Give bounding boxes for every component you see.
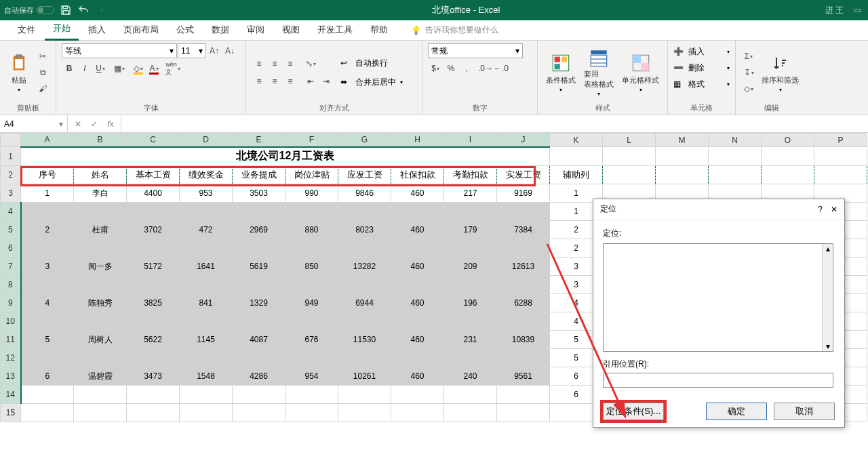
- data-cell[interactable]: [21, 203, 74, 221]
- data-cell[interactable]: [21, 239, 74, 258]
- data-cell[interactable]: 3825: [127, 294, 180, 312]
- col-header[interactable]: G: [338, 134, 391, 147]
- font-size-combo[interactable]: 11▾: [178, 43, 206, 58]
- col-header[interactable]: B: [74, 134, 127, 147]
- format-painter-icon[interactable]: 🖌: [35, 81, 50, 96]
- row-header[interactable]: 8: [1, 276, 21, 294]
- data-cell[interactable]: [74, 203, 127, 221]
- data-cell[interactable]: 4400: [127, 184, 180, 203]
- listbox-scrollbar[interactable]: ▴▾: [822, 244, 833, 351]
- sheet-title-cell[interactable]: 北境公司12月工资表: [21, 147, 550, 166]
- col-header[interactable]: O: [762, 134, 814, 147]
- data-cell[interactable]: 12613: [497, 258, 550, 276]
- format-cells-button[interactable]: ▦格式▾: [673, 76, 730, 92]
- data-cell[interactable]: 8023: [338, 221, 391, 239]
- qat-more-icon[interactable]: [95, 4, 107, 16]
- data-cell[interactable]: [338, 349, 391, 367]
- decrease-decimal-icon[interactable]: ←.0: [494, 61, 509, 76]
- data-cell[interactable]: 880: [285, 221, 338, 239]
- data-cell[interactable]: 李白: [74, 184, 127, 203]
- data-cell[interactable]: 9169: [497, 184, 550, 203]
- data-cell[interactable]: 闻一多: [74, 258, 127, 276]
- data-cell[interactable]: 196: [444, 294, 497, 312]
- data-cell[interactable]: [497, 386, 550, 404]
- column-header-cell[interactable]: 序号: [21, 166, 74, 184]
- col-header[interactable]: L: [603, 134, 656, 147]
- data-cell[interactable]: [74, 276, 127, 294]
- data-cell[interactable]: 9561: [497, 367, 550, 386]
- data-cell[interactable]: [391, 239, 444, 258]
- data-cell[interactable]: 1641: [180, 258, 233, 276]
- data-cell[interactable]: 5172: [127, 258, 180, 276]
- border-button[interactable]: ▦: [112, 61, 127, 76]
- ribbon-display-icon[interactable]: ▭: [850, 3, 864, 17]
- italic-button[interactable]: I: [77, 61, 92, 76]
- data-cell[interactable]: 460: [391, 367, 444, 386]
- decrease-indent-icon[interactable]: ⇤: [303, 74, 318, 89]
- data-cell[interactable]: 9846: [338, 184, 391, 203]
- column-header-cell[interactable]: 考勤扣款: [444, 166, 497, 184]
- data-cell[interactable]: 4: [21, 294, 74, 312]
- accounting-format-icon[interactable]: $: [428, 61, 443, 76]
- data-cell[interactable]: 954: [285, 367, 338, 386]
- data-cell[interactable]: 温碧霞: [74, 367, 127, 386]
- cut-icon[interactable]: ✂: [35, 49, 50, 64]
- data-cell[interactable]: 676: [285, 331, 338, 349]
- ribbon-tab-0[interactable]: 文件: [9, 20, 43, 40]
- data-cell[interactable]: 6944: [338, 294, 391, 312]
- goto-listbox[interactable]: ▴▾: [603, 243, 833, 352]
- data-cell[interactable]: 460: [391, 294, 444, 312]
- phonetic-button[interactable]: wén文: [165, 61, 180, 76]
- column-header-cell[interactable]: 社保扣款: [391, 166, 444, 184]
- row-header[interactable]: 14: [1, 386, 21, 404]
- col-header[interactable]: K: [550, 134, 603, 147]
- undo-icon[interactable]: [77, 4, 90, 16]
- fx-icon[interactable]: fx: [103, 117, 118, 131]
- underline-button[interactable]: U: [93, 61, 108, 76]
- data-cell[interactable]: 990: [285, 184, 338, 203]
- data-cell[interactable]: 460: [391, 331, 444, 349]
- col-header[interactable]: I: [444, 134, 497, 147]
- data-cell[interactable]: [338, 203, 391, 221]
- data-cell[interactable]: 6288: [497, 294, 550, 312]
- user-name[interactable]: 进 王: [825, 5, 844, 16]
- data-cell[interactable]: [127, 239, 180, 258]
- column-header-cell[interactable]: 应发工资: [338, 166, 391, 184]
- data-cell[interactable]: 陈独秀: [74, 294, 127, 312]
- data-cell[interactable]: 472: [180, 221, 233, 239]
- enter-formula-icon[interactable]: ✓: [87, 117, 102, 131]
- data-cell[interactable]: 949: [285, 294, 338, 312]
- data-cell[interactable]: [127, 349, 180, 367]
- data-cell[interactable]: [233, 312, 285, 331]
- column-header-cell[interactable]: 辅助列: [550, 166, 603, 184]
- autosave-switch-icon[interactable]: [37, 6, 54, 14]
- data-cell[interactable]: [497, 203, 550, 221]
- column-header-cell[interactable]: 姓名: [74, 166, 127, 184]
- data-cell[interactable]: 4087: [233, 331, 285, 349]
- row-header[interactable]: 4: [1, 203, 21, 221]
- data-cell[interactable]: 4286: [233, 367, 285, 386]
- ribbon-tab-9[interactable]: 帮助: [362, 20, 396, 40]
- font-color-button[interactable]: A: [146, 61, 161, 76]
- col-header[interactable]: N: [709, 134, 762, 147]
- data-cell[interactable]: [391, 203, 444, 221]
- row-header[interactable]: 1: [1, 147, 21, 166]
- number-format-combo[interactable]: 常规▾: [428, 43, 523, 58]
- data-cell[interactable]: 周树人: [74, 331, 127, 349]
- data-cell[interactable]: 11530: [338, 331, 391, 349]
- align-left-icon[interactable]: ≡: [252, 74, 267, 89]
- data-cell[interactable]: [391, 276, 444, 294]
- data-cell[interactable]: [444, 276, 497, 294]
- col-header[interactable]: H: [391, 134, 444, 147]
- data-cell[interactable]: [180, 386, 233, 404]
- data-cell[interactable]: [74, 386, 127, 404]
- data-cell[interactable]: 7384: [497, 221, 550, 239]
- merge-center-button[interactable]: ⬌ 合并后居中▾: [340, 74, 403, 90]
- data-cell[interactable]: [338, 312, 391, 331]
- data-cell[interactable]: [444, 349, 497, 367]
- data-cell[interactable]: [21, 312, 74, 331]
- data-cell[interactable]: [233, 276, 285, 294]
- data-cell[interactable]: 2969: [233, 221, 285, 239]
- data-cell[interactable]: [497, 276, 550, 294]
- data-cell[interactable]: [180, 203, 233, 221]
